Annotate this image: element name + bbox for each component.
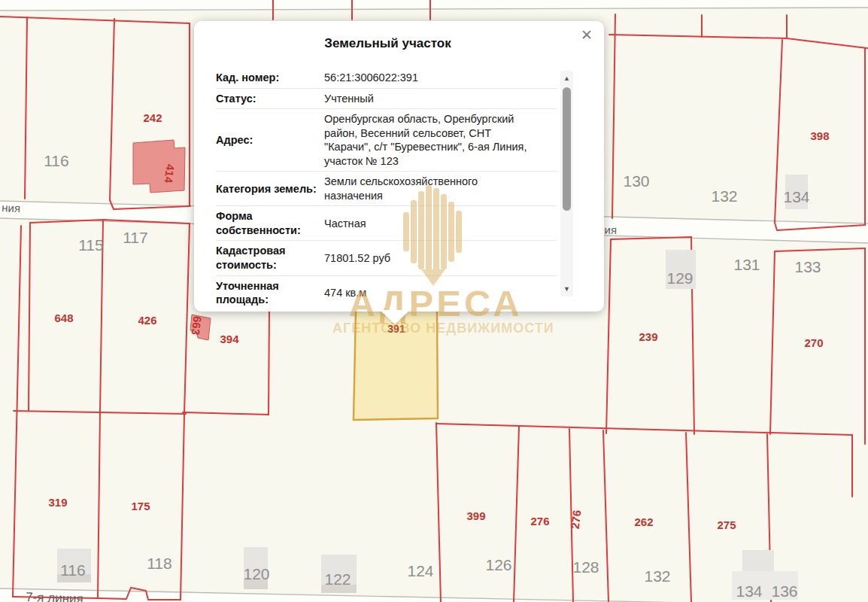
attribute-value: Земли сельскохозяйственного назначения	[324, 175, 533, 202]
listing-number-label: 276	[530, 515, 549, 528]
scrollbar-thumb[interactable]	[563, 87, 571, 211]
attribute-row: Уточненная площадь:474 кв.м	[216, 276, 557, 310]
listing-number-label: 276	[569, 509, 584, 530]
attribute-row: Статус:Учтенный	[216, 89, 557, 110]
attribute-value: Учтенный	[324, 92, 533, 106]
listing-number-label: 394	[220, 333, 239, 345]
parcel-boundary	[775, 40, 782, 223]
street-name-label: 7-я линия	[26, 590, 83, 602]
scroll-down-icon[interactable]: ▼	[560, 283, 573, 295]
parcel-boundary	[436, 423, 441, 602]
attribute-row: Адрес:Оренбургская область, Оренбургский…	[216, 109, 557, 172]
parcel-boundary	[609, 35, 867, 48]
parcel-number-label: 116	[60, 561, 85, 579]
listing-number-label: 270	[804, 336, 823, 349]
parcel-number-label: 115	[78, 236, 103, 254]
scroll-up-icon[interactable]: ▲	[560, 72, 573, 84]
parcel-boundary	[184, 223, 190, 414]
attribute-row: Кад. номер:56:21:3006022:391	[216, 68, 557, 89]
attribute-label: Категория земель:	[216, 182, 324, 196]
popup-pointer-tail	[380, 310, 410, 324]
listing-number-label: 275	[717, 518, 736, 531]
listing-number-label: 399	[466, 509, 485, 522]
parcel-number-label: 134	[783, 188, 809, 205]
parcel-boundary	[603, 430, 609, 602]
cadastral-map-app: 1161151171301321341291311331161181201221…	[0, 0, 868, 602]
parcel-boundary	[606, 239, 611, 433]
parcel-boundary	[181, 414, 184, 600]
street-name-label: ния	[2, 201, 21, 214]
parcel-boundary	[183, 412, 269, 415]
attribute-label: Форма собственности:	[216, 209, 324, 237]
parcel-boundary	[98, 411, 100, 598]
close-icon[interactable]: ✕	[578, 27, 595, 44]
listing-number-label: 414	[162, 163, 177, 184]
attribute-row: Кадастровая стоимость:71801.52 руб	[216, 241, 557, 275]
parcel-number-label: 124	[407, 562, 433, 579]
attribute-value: Оренбургская область, Оренбургский район…	[324, 112, 533, 168]
parcel-number-label: 126	[485, 556, 511, 573]
listing-number-label: 175	[131, 500, 150, 512]
attribute-value: 56:21:3006022:391	[324, 71, 533, 85]
parcel-boundary	[514, 427, 519, 602]
listing-number-label: 242	[143, 111, 162, 124]
parcel-number-label: 117	[123, 229, 147, 246]
attribute-label: Уточненная площадь:	[216, 279, 324, 307]
parcel-boundary	[775, 248, 865, 251]
parcel-number-label: 130	[623, 172, 649, 190]
attribute-label: Адрес:	[216, 133, 324, 147]
parcel-boundary	[612, 14, 615, 218]
attribute-value: 474 кв.м	[324, 286, 533, 300]
attribute-label: Кад. номер:	[216, 71, 324, 85]
listing-number-label: 239	[639, 330, 657, 343]
parcel-number-label: 120	[243, 565, 269, 582]
attribute-label: Кадастровая стоимость:	[216, 244, 324, 272]
listing-number-label: 319	[48, 496, 67, 509]
parcel-number-label: 129	[666, 269, 693, 287]
parcel-number-label: 136	[771, 582, 797, 600]
parcel-boundary	[269, 310, 269, 415]
listing-number-label: 426	[138, 314, 156, 327]
parcel-boundary	[29, 223, 30, 411]
parcel-boundary	[686, 433, 691, 602]
listing-number-label: 663	[189, 315, 204, 336]
parcel-number-label: 132	[644, 567, 670, 585]
parcel-number-label: 132	[711, 187, 737, 205]
parcel-number-label: 122	[324, 570, 351, 588]
attribute-row: Категория земель:Земли сельскохозяйствен…	[216, 172, 557, 206]
parcel-boundary	[436, 424, 852, 435]
listing-number-label: 648	[54, 312, 73, 324]
selected-parcel-number-label: 391	[387, 323, 405, 335]
parcel-number-label: 133	[794, 258, 821, 275]
parcel-number-label: 128	[572, 558, 599, 576]
attribute-label: Статус:	[216, 92, 324, 106]
attribute-row: Форма собственности:Частная	[216, 206, 557, 241]
listing-number-label: 262	[634, 515, 653, 528]
parcel-number-label: 134	[736, 582, 762, 600]
parcel-boundary	[110, 19, 114, 200]
parcel-boundary	[770, 251, 775, 434]
parcel-info-popup: Земельный участок ✕ Кад. номер:56:21:300…	[194, 21, 604, 312]
parcel-boundary	[0, 17, 190, 23]
parcel-number-label: 131	[733, 256, 760, 273]
parcel-attributes-list: Кад. номер:56:21:3006022:391Статус:Учтен…	[216, 68, 557, 310]
parcel-boundary	[25, 17, 27, 199]
parcel-number-label: 116	[44, 152, 68, 169]
parcel-number-label: 118	[147, 555, 171, 572]
popup-scrollbar[interactable]: ▲ ▼	[560, 71, 573, 296]
popup-title: Земельный участок	[194, 36, 581, 51]
attribute-value: 71801.52 руб	[324, 251, 533, 266]
attribute-value: Частная	[324, 217, 533, 231]
listing-number-label: 398	[810, 129, 829, 142]
